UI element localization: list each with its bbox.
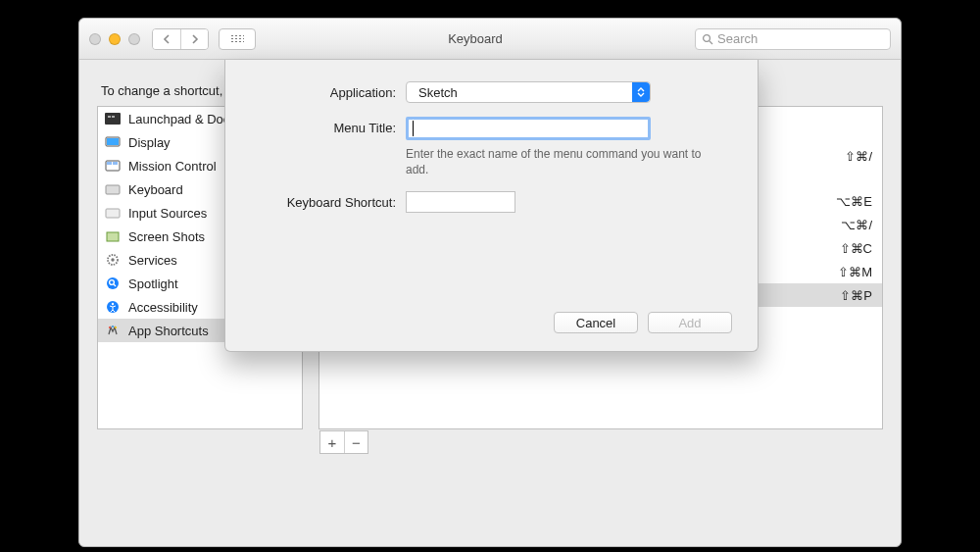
back-button[interactable] bbox=[153, 29, 180, 49]
svg-rect-9 bbox=[113, 162, 118, 165]
svg-point-21 bbox=[112, 326, 114, 327]
search-field[interactable]: Search bbox=[695, 28, 891, 50]
dropdown-arrows-icon bbox=[632, 82, 650, 102]
mission-icon bbox=[104, 159, 122, 173]
shortcut-keys: ⇧⌘/ bbox=[845, 149, 872, 164]
forward-button[interactable] bbox=[180, 29, 208, 49]
shortcut-keys: ⇧⌘C bbox=[840, 241, 872, 256]
text-cursor bbox=[413, 121, 414, 136]
svg-point-20 bbox=[109, 326, 111, 328]
display-icon bbox=[104, 135, 122, 149]
shortcut-input[interactable] bbox=[406, 191, 515, 213]
shortcut-keys: ⇧⌘M bbox=[838, 265, 872, 279]
svg-rect-8 bbox=[107, 162, 112, 165]
grid-icon bbox=[230, 34, 244, 44]
remove-button[interactable]: − bbox=[344, 431, 368, 453]
launchpad-icon bbox=[104, 112, 122, 125]
application-value: Sketch bbox=[418, 85, 458, 100]
application-label: Application: bbox=[251, 81, 406, 100]
titlebar: Keyboard Search bbox=[79, 19, 901, 60]
gear-icon bbox=[104, 253, 122, 267]
keyboard-icon bbox=[104, 182, 122, 196]
svg-rect-2 bbox=[105, 113, 121, 125]
zoom-dot[interactable] bbox=[128, 33, 140, 45]
menu-title-hint: Enter the exact name of the menu command… bbox=[406, 146, 710, 177]
add-button[interactable]: + bbox=[320, 431, 344, 453]
window-title: Keyboard bbox=[256, 31, 695, 46]
input-icon bbox=[104, 206, 122, 220]
app-icon bbox=[104, 324, 122, 337]
svg-point-0 bbox=[704, 34, 710, 41]
search-placeholder: Search bbox=[717, 31, 758, 46]
svg-point-14 bbox=[111, 258, 114, 261]
nav-buttons bbox=[152, 28, 209, 50]
svg-rect-12 bbox=[107, 232, 119, 241]
cancel-button[interactable]: Cancel bbox=[554, 312, 638, 333]
svg-rect-10 bbox=[106, 185, 120, 194]
spotlight-icon bbox=[104, 276, 122, 290]
shortcut-keys: ⌥⌘E bbox=[836, 194, 872, 209]
menu-title-input[interactable] bbox=[406, 117, 651, 140]
svg-line-1 bbox=[710, 41, 712, 44]
show-all-button[interactable] bbox=[219, 28, 256, 50]
minimize-dot[interactable] bbox=[109, 33, 121, 45]
shortcut-label: Keyboard Shortcut: bbox=[251, 191, 406, 210]
screenshot-icon bbox=[104, 229, 122, 243]
application-dropdown[interactable]: Sketch bbox=[406, 81, 651, 103]
traffic-lights bbox=[89, 33, 140, 45]
accessibility-icon bbox=[104, 300, 122, 314]
add-remove: + − bbox=[319, 430, 368, 454]
svg-rect-4 bbox=[112, 116, 115, 118]
search-icon bbox=[702, 33, 713, 45]
svg-point-19 bbox=[112, 303, 114, 305]
svg-point-22 bbox=[115, 326, 117, 328]
svg-rect-3 bbox=[108, 116, 111, 118]
svg-rect-6 bbox=[107, 138, 119, 145]
shortcut-keys: ⇧⌘P bbox=[840, 288, 872, 303]
add-button-sheet[interactable]: Add bbox=[648, 312, 732, 333]
add-shortcut-sheet: Application: Sketch Menu Title: Enter th… bbox=[224, 60, 759, 352]
close-dot[interactable] bbox=[89, 33, 101, 45]
prefs-window: Keyboard Search To change a shortcut, se… bbox=[78, 18, 902, 547]
svg-point-15 bbox=[107, 277, 119, 289]
shortcut-keys: ⌥⌘/ bbox=[841, 218, 872, 232]
menu-title-label: Menu Title: bbox=[251, 117, 406, 135]
svg-rect-11 bbox=[106, 209, 120, 218]
